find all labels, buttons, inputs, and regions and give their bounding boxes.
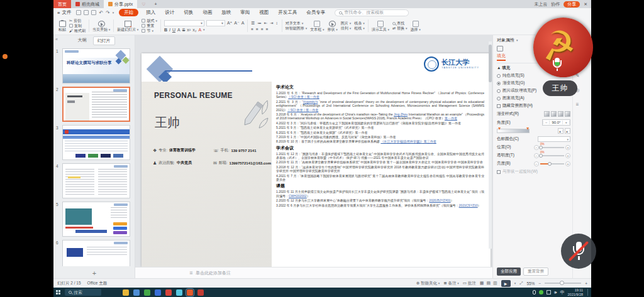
play-options-icon[interactable]: ▾: [514, 281, 516, 285]
paste-button[interactable]: 粘贴: [58, 21, 66, 31]
tab-slides[interactable]: 幻灯片: [93, 36, 115, 45]
font-color-dropdown-icon[interactable]: ▾: [203, 28, 205, 31]
gradient-stops-bar[interactable]: [497, 129, 530, 133]
textbox-button[interactable]: 文本框 ▾: [310, 21, 324, 31]
align-center-icon[interactable]: ≡: [256, 27, 259, 31]
clear-format-icon[interactable]: A: [242, 21, 245, 25]
picture-button[interactable]: 图片▾: [341, 21, 352, 25]
cloud-status[interactable]: 未上云: [534, 1, 547, 8]
taskbar-app-icon-3[interactable]: [144, 289, 150, 296]
ribbon-tab-审阅[interactable]: 审阅: [238, 9, 252, 16]
numbering-button[interactable]: ≔: [257, 21, 262, 26]
close-icon[interactable]: ✕: [584, 2, 587, 7]
slideshow-play-button[interactable]: ▶: [501, 280, 511, 287]
participant-avatar[interactable]: ☭: [533, 18, 593, 77]
mute-microphone-button[interactable]: [561, 234, 596, 269]
subscript-button[interactable]: x₂: [192, 28, 196, 32]
quickbar-dropdown-icon[interactable]: ▾: [113, 11, 114, 14]
notes-toggle-button[interactable]: ≣ 备注 ▾: [443, 281, 459, 286]
tray-mic-icon[interactable]: [533, 290, 536, 294]
format-painter-button[interactable]: 🖌 格式刷: [69, 29, 86, 33]
bold-button[interactable]: B: [164, 28, 167, 32]
reading-view-icon[interactable]: ▥: [493, 281, 497, 286]
apply-all-button[interactable]: 全部应用: [497, 267, 521, 276]
ribbon-tab-插入[interactable]: 插入: [144, 9, 157, 16]
reset-button[interactable]: 重置: [142, 24, 157, 28]
ribbon-tab-切换[interactable]: 切换: [182, 9, 195, 16]
ribbon-tab-开始[interactable]: 开始: [119, 9, 138, 16]
input-language-indicator[interactable]: 中: [560, 289, 565, 296]
slide-thumbnail-4[interactable]: [62, 163, 130, 198]
taskbar-app-icon-8[interactable]: [197, 289, 204, 296]
gradient-style-3[interactable]: [558, 111, 564, 117]
smart-beautify-button[interactable]: ⊕ 智能美化 ▾: [416, 281, 440, 286]
shapes-button[interactable]: 形状 ▾: [328, 21, 338, 31]
select-button[interactable]: 选择 ▾: [410, 21, 420, 31]
start-button[interactable]: [53, 288, 64, 297]
play-from-current-button[interactable]: 当页开始 ▾: [92, 21, 110, 31]
transparency-plus-icon[interactable]: +: [565, 153, 570, 158]
angle-stepper[interactable]: −90.0°+: [542, 119, 570, 126]
gradient-style-4[interactable]: [565, 111, 570, 117]
position-slider[interactable]: − 0% +: [534, 145, 570, 150]
section-button[interactable]: 节▾: [142, 29, 157, 33]
share-button[interactable]: 分享: [564, 1, 580, 8]
save-icon[interactable]: [76, 10, 81, 15]
increase-font-icon[interactable]: A⁺: [227, 21, 232, 26]
hide-background-checkbox[interactable]: 隐藏背景图形(H): [497, 103, 570, 109]
show-desktop-button[interactable]: [587, 289, 589, 296]
replace-button[interactable]: ⇄ 替换▾: [392, 26, 408, 30]
slide-thumbnail-2[interactable]: [62, 87, 130, 122]
angle-minus-icon[interactable]: −: [543, 121, 550, 124]
align-right-icon[interactable]: ≡: [261, 27, 264, 31]
fill-option-3[interactable]: 图案填充(A): [497, 95, 570, 101]
ribbon-tab-动画[interactable]: 动画: [201, 9, 214, 16]
indent-increase-icon[interactable]: ⇥: [270, 21, 274, 26]
layout-button[interactable]: 版式▾: [142, 19, 157, 23]
font-name-combo[interactable]: ▾: [164, 20, 204, 26]
taskbar-search-input[interactable]: 搜索: [65, 289, 101, 296]
position-plus-icon[interactable]: +: [565, 145, 570, 150]
fill-tab[interactable]: 填充: [497, 53, 506, 61]
zoom-slider[interactable]: [545, 283, 581, 284]
text-effects-button[interactable]: A: [177, 28, 180, 32]
gradient-stop-2[interactable]: [526, 127, 529, 130]
slide-thumbnail-6[interactable]: [62, 240, 130, 266]
position-minus-icon[interactable]: −: [534, 145, 539, 150]
frame-button[interactable]: 框线▾: [354, 26, 365, 30]
ribbon-tab-设计[interactable]: 设计: [163, 9, 176, 16]
line-spacing-button[interactable]: ↕: [276, 21, 279, 25]
taskbar-app-icon-5[interactable]: [165, 289, 172, 296]
notes-bar[interactable]: ≣ 单击此处添加备注: [135, 267, 492, 278]
file-menu[interactable]: ≡文件: [57, 9, 71, 16]
font-color-button[interactable]: A: [198, 28, 201, 32]
slide-thumbnail-5[interactable]: [62, 202, 130, 237]
bullets-button[interactable]: ☰: [251, 21, 255, 26]
taskbar-clock[interactable]: 19:11 2021/9/28: [568, 288, 583, 296]
remove-stop-button[interactable]: ▲⁻: [565, 128, 570, 134]
taskbar-app-icon-6[interactable]: [176, 289, 182, 296]
print-icon[interactable]: [84, 10, 89, 15]
align-left-icon[interactable]: ≡: [251, 27, 254, 31]
fit-window-icon[interactable]: ⤢: [519, 281, 523, 286]
brightness-slider[interactable]: − +: [534, 161, 570, 166]
brightness-plus-icon[interactable]: +: [565, 161, 570, 166]
superscript-button[interactable]: x²: [187, 28, 191, 32]
taskbar-app-icon-1[interactable]: [123, 289, 129, 296]
zoom-out-icon[interactable]: −: [538, 281, 541, 286]
italic-button[interactable]: I: [169, 28, 170, 32]
cut-button[interactable]: ✂ 剪切: [69, 19, 86, 23]
slide-sorter-icon[interactable]: ▤: [486, 281, 491, 286]
justify-icon[interactable]: ≡: [266, 27, 269, 31]
strikethrough-button[interactable]: S: [182, 28, 186, 32]
gradient-style-2[interactable]: [551, 111, 557, 117]
gradient-style-1[interactable]: [544, 111, 550, 117]
slide-thumbnail-1[interactable]: 科研论文撰写与求职分享: [62, 48, 130, 84]
tab-docer-store[interactable]: 稻壳商城: [71, 0, 104, 8]
tab-outline[interactable]: 大纲: [74, 36, 91, 45]
comments-button[interactable]: ▭ 批注: [463, 281, 476, 286]
add-slide-button[interactable]: +: [53, 269, 135, 277]
new-slide-button[interactable]: 新建幻灯片 ▾: [117, 21, 138, 31]
command-search-input[interactable]: 查找命令、搜索模板: [335, 9, 409, 16]
arrange-button[interactable]: 排列▾: [341, 26, 352, 30]
